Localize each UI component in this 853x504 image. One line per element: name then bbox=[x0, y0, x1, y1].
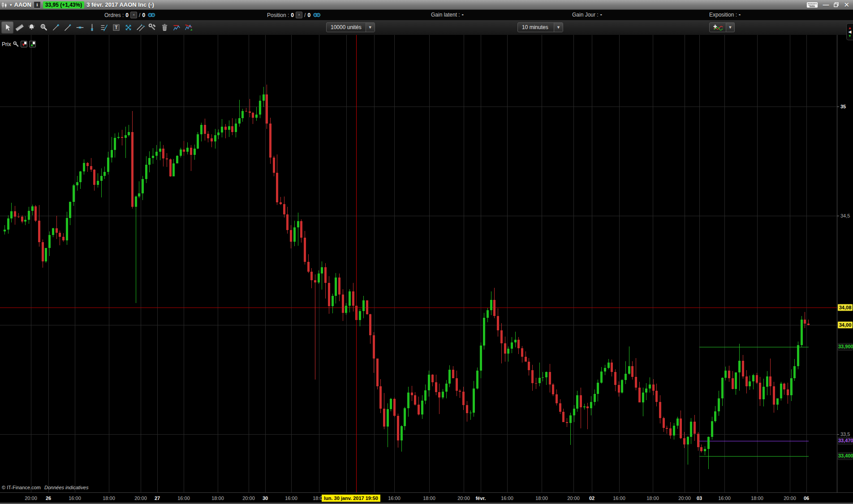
keyboard-icon[interactable] bbox=[806, 1, 818, 9]
tool-trendline-icon[interactable] bbox=[62, 21, 74, 34]
buy-order-icon[interactable]: ▲ bbox=[29, 41, 36, 47]
time-axis-tick-label: 16:00 bbox=[177, 495, 190, 501]
price-axis-tick-label: 33,5 bbox=[840, 431, 850, 437]
disclaimer-text: Données indicatives bbox=[44, 485, 88, 490]
chart-area: Prix ▼ ▲ © IT-Finance.comDonnées indicat… bbox=[0, 35, 853, 504]
status-value: 0 bbox=[125, 12, 129, 18]
time-axis[interactable]: lun. 30 janv. 2017 19:50 20:002616:0018:… bbox=[0, 492, 853, 504]
time-axis-day-label: 27 bbox=[155, 495, 160, 501]
cancel-icon[interactable]: × bbox=[296, 12, 302, 18]
expand-left-icon: ◀ bbox=[849, 30, 852, 34]
price-level-badge: 34,08 bbox=[838, 304, 853, 311]
tool-cross-pointer-icon[interactable] bbox=[122, 21, 134, 34]
price-pane-label: Prix bbox=[2, 41, 11, 47]
price-axis-tick-mark bbox=[837, 434, 839, 435]
session-level-badge: 33,470 bbox=[838, 437, 853, 444]
price-axis-tick-mark bbox=[837, 107, 839, 107]
window-titlebar: ▾ AAON i 33,95 (+1,43%) 3 févr. 2017 AAO… bbox=[0, 0, 853, 10]
time-axis-day-label: févr. bbox=[476, 495, 486, 501]
tool-alert-bell-icon[interactable] bbox=[26, 21, 38, 34]
time-axis-tick-label: 20:00 bbox=[134, 495, 147, 501]
session-level-badge: 33,900 bbox=[838, 343, 853, 350]
time-axis-tick-label: 18:00 bbox=[103, 495, 115, 501]
window-title-text: 3 févr. 2017 AAON Inc (-) bbox=[86, 1, 154, 8]
tool-horizontal-line-icon[interactable] bbox=[74, 21, 86, 34]
timeframe-selector-label: 10 minutes bbox=[518, 24, 552, 30]
time-axis-tick-label: 16:00 bbox=[388, 495, 401, 501]
time-axis-tick-label: 18:00 bbox=[751, 495, 763, 501]
gears-icon[interactable]: ⚙⚙ bbox=[313, 12, 319, 18]
status-value: 0 bbox=[307, 12, 310, 18]
tool-zoom-icon[interactable] bbox=[38, 21, 50, 34]
info-icon[interactable]: i bbox=[34, 1, 41, 9]
time-axis-tick-label: 20:00 bbox=[25, 495, 37, 501]
tool-text-icon[interactable]: T bbox=[110, 21, 122, 34]
status-label: Position : bbox=[267, 12, 289, 18]
status-group: Gain Jour :- bbox=[572, 12, 602, 18]
time-axis-tick-label: 20:00 bbox=[242, 495, 255, 501]
tool-cursor-icon[interactable] bbox=[1, 21, 13, 34]
ticker-symbol: AAON bbox=[14, 1, 31, 8]
quantity-selector[interactable]: 10000 unités ▼ bbox=[326, 22, 375, 32]
trading-platform-window: ▾ AAON i 33,95 (+1,43%) 3 févr. 2017 AAO… bbox=[0, 0, 853, 504]
price-axis[interactable]: 3534,533,534,0834,0033,90033,47033,400 bbox=[837, 35, 853, 492]
pane-settings-icon[interactable] bbox=[13, 41, 19, 47]
chart-toolbar: T 10000 unités ▼ 10 minutes ▼ ▼ bbox=[0, 20, 853, 35]
tool-segment-icon[interactable] bbox=[50, 21, 62, 34]
price-axis-tick-label: 34,5 bbox=[840, 213, 850, 218]
chevron-down-icon[interactable]: ▼ bbox=[366, 23, 375, 32]
time-axis-tick-label: 18:00 bbox=[211, 495, 224, 501]
time-axis-tick-label: 18:00 bbox=[423, 495, 435, 501]
time-axis-day-label: 06 bbox=[804, 495, 809, 501]
time-axis-tick-label: 16:00 bbox=[613, 495, 625, 501]
add-indicator-button[interactable] bbox=[709, 22, 726, 32]
trading-statusbar: Ordres :0×/0⚙⚙Position :0×/0⚙⚙Gain laten… bbox=[0, 10, 853, 20]
time-axis-tick-label: 20:00 bbox=[678, 495, 691, 501]
time-axis-tick-label: 16:00 bbox=[69, 495, 81, 501]
price-level-badge: 34,00 bbox=[838, 322, 853, 329]
tool-drawing-settings-icon[interactable] bbox=[146, 21, 159, 34]
close-icon[interactable]: ✕ bbox=[844, 1, 849, 9]
status-separator: / bbox=[304, 12, 306, 18]
cancel-icon[interactable]: × bbox=[130, 12, 137, 18]
tool-zigzag-filter-icon[interactable] bbox=[183, 21, 195, 34]
tool-fibonacci-icon[interactable] bbox=[98, 21, 110, 34]
sell-order-icon[interactable]: ▼ bbox=[21, 41, 27, 47]
minimize-icon[interactable]: — bbox=[823, 3, 829, 7]
restore-icon[interactable] bbox=[833, 2, 839, 8]
time-axis-tick-label: 16:00 bbox=[718, 495, 731, 501]
time-axis-tick-label: 20:00 bbox=[567, 495, 580, 501]
copyright-notice: © IT-Finance.comDonnées indicatives bbox=[2, 485, 88, 490]
gears-icon[interactable]: ⚙⚙ bbox=[147, 12, 153, 18]
status-label: Gain latent : bbox=[431, 12, 460, 18]
price-pane-header: Prix ▼ ▲ bbox=[2, 41, 36, 47]
status-value: - bbox=[600, 12, 602, 18]
time-axis-tick-label: 18:00 bbox=[646, 495, 659, 501]
time-axis-day-label: 02 bbox=[589, 495, 595, 501]
time-axis-tick-label: 16:00 bbox=[501, 495, 513, 501]
status-group: Gain latent :- bbox=[431, 12, 464, 18]
side-panel-collapse-handle[interactable]: ▲ ◀ ▼ bbox=[846, 23, 853, 40]
tool-zigzag-icon[interactable] bbox=[171, 21, 183, 34]
session-level-badge: 33,400 bbox=[838, 452, 853, 460]
status-label: Exposition : bbox=[709, 12, 737, 18]
tool-parallel-lines-icon[interactable] bbox=[134, 21, 146, 34]
indicator-dropdown-caret[interactable]: ▼ bbox=[726, 22, 735, 32]
candlestick-chart-icon bbox=[1, 1, 8, 9]
status-value: 0 bbox=[142, 12, 145, 18]
svg-text:T: T bbox=[115, 25, 118, 30]
status-label: Gain Jour : bbox=[572, 12, 599, 18]
price-axis-tick-mark bbox=[837, 216, 839, 216]
timeframe-selector[interactable]: 10 minutes ▼ bbox=[517, 22, 563, 32]
symbol-dropdown-caret[interactable]: ▾ bbox=[10, 3, 12, 7]
tool-trash-icon[interactable] bbox=[159, 21, 171, 34]
time-axis-tick-label: 20:00 bbox=[457, 495, 470, 501]
candlestick-plot[interactable] bbox=[0, 35, 837, 492]
time-axis-day-label: 30 bbox=[263, 495, 268, 501]
time-axis-day-label: 26 bbox=[46, 495, 51, 501]
status-group: Exposition :- bbox=[709, 12, 741, 18]
green-arrow-icon: ▼ bbox=[848, 34, 852, 38]
tool-vertical-line-icon[interactable] bbox=[86, 21, 98, 34]
chevron-down-icon[interactable]: ▼ bbox=[554, 23, 563, 32]
tool-ruler-icon[interactable] bbox=[13, 21, 26, 34]
